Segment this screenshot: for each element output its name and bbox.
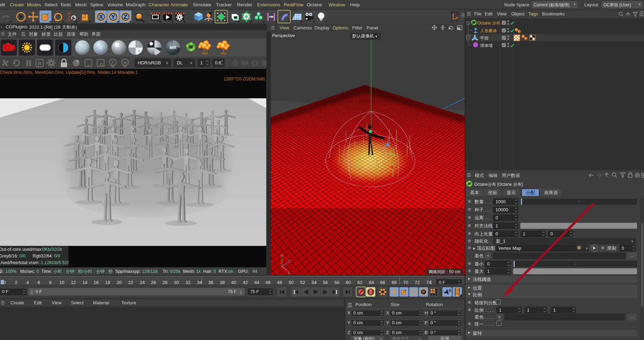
svg-text:Z: Z (288, 259, 291, 263)
svg-text:X: X (288, 271, 290, 275)
svg-text:MIX: MIX (169, 45, 176, 50)
svg-text:M: M (123, 61, 126, 65)
svg-text:Y: Y (111, 14, 115, 20)
svg-text:Z: Z (124, 14, 127, 20)
svg-text:R: R (38, 61, 41, 66)
svg-text:Y: Y (281, 254, 283, 258)
svg-text:F: F (111, 60, 114, 65)
svg-text:+: + (87, 62, 90, 68)
svg-text:∨: ∨ (586, 247, 588, 250)
svg-text:R: R (68, 18, 71, 22)
svg-text:P: P (422, 290, 425, 294)
svg-text:X: X (99, 14, 103, 20)
